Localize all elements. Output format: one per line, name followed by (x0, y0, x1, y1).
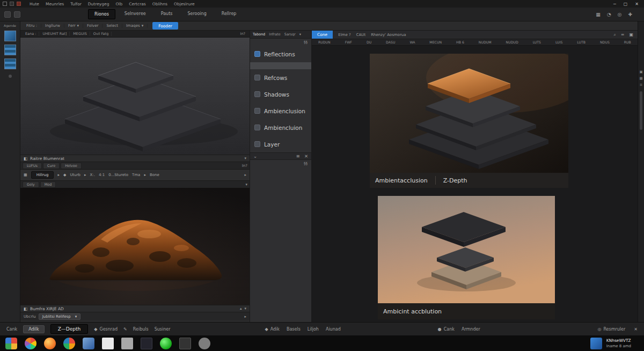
primary-action-button[interactable]: Fooder (152, 22, 178, 30)
chevron-right-icon[interactable]: ▸ (244, 315, 246, 319)
pass-checkbox-icon[interactable] (254, 51, 260, 57)
section-icon[interactable]: §§ (304, 40, 308, 45)
toolbar-item[interactable]: Fitru : (23, 24, 41, 28)
render-preview-ao[interactable]: Ambientacclusion Z-Depth (370, 54, 568, 188)
clock-icon[interactable]: ◔ (607, 12, 611, 17)
timeline-item[interactable]: 0...Stureto (108, 173, 128, 177)
timeline-item[interactable]: Tma (132, 173, 140, 177)
status-item[interactable]: Aiunad (326, 327, 341, 332)
subtab[interactable]: Mod (40, 181, 56, 188)
subtab[interactable]: LUFUs (23, 163, 42, 169)
close-icon[interactable]: ✕ (635, 2, 639, 6)
preview-label-ao-warm[interactable]: Ambicint accblution (383, 308, 442, 315)
pass-row-reflections[interactable]: Reflections (250, 46, 311, 62)
pass-checkbox-icon[interactable] (254, 91, 260, 97)
viewport-tab[interactable]: UHEUHIT Rat] (40, 32, 70, 36)
zdepth-button[interactable]: Z—Depth (50, 324, 89, 334)
pass-checkbox-icon[interactable] (254, 125, 260, 130)
column-label[interactable]: LUTS (533, 40, 541, 44)
passes-tab[interactable]: Infrate (269, 32, 281, 36)
viewport-tab[interactable]: Eana : (23, 32, 39, 36)
status-button[interactable]: Adilk (23, 325, 45, 333)
timeline-item[interactable]: Uturb (70, 173, 80, 177)
subtab[interactable]: Cure (43, 163, 60, 169)
target-icon[interactable]: ◎ (618, 12, 622, 17)
grid-icon[interactable]: ▦ (638, 76, 644, 81)
blue-document-icon[interactable] (590, 338, 602, 349)
toolbar-dropdown[interactable]: Imaqes ▾ (122, 24, 148, 28)
toolbar-item[interactable]: Ingllurw (41, 24, 64, 28)
menu-icon[interactable]: ≡ (638, 83, 644, 87)
tab-4[interactable]: Serooing (181, 9, 212, 19)
box-app-icon[interactable] (179, 338, 191, 349)
subtab[interactable]: Gely (23, 181, 39, 188)
toolbar-dropdown[interactable]: Ferr ▾ (64, 24, 83, 28)
tab-render[interactable]: Rionos (88, 9, 115, 19)
open-file-icon[interactable] (14, 11, 20, 18)
column-label[interactable]: NUDUD (506, 40, 518, 44)
column-label[interactable]: HB 6 (456, 40, 464, 44)
pass-checkbox-icon[interactable] (254, 108, 260, 114)
selected-pass-strip[interactable] (250, 62, 311, 69)
passes-tab-dropdown[interactable]: Sarsqr (284, 32, 296, 36)
column-label[interactable]: DU (367, 40, 371, 44)
pass-checkbox-icon[interactable] (254, 75, 260, 81)
menu-item[interactable]: Certcras (126, 2, 149, 6)
toolbar-item[interactable]: Select (103, 24, 122, 28)
3d-viewport[interactable] (20, 38, 250, 155)
chevron-right-icon[interactable]: ▸ (244, 173, 246, 177)
new-file-icon[interactable] (4, 11, 11, 18)
maximize-icon[interactable]: ▢ (624, 2, 628, 6)
menu-item[interactable]: Objeslrure (171, 2, 198, 6)
pass-row-refractions[interactable]: Refcows (250, 69, 311, 86)
status-item-group[interactable]: ◆ Adik (265, 327, 280, 332)
status-item-group[interactable]: ◆ Gesnrad (94, 327, 118, 332)
blue-app-icon[interactable] (83, 338, 94, 349)
column-label[interactable]: LUTB (577, 40, 586, 44)
pass-row-shadows[interactable]: Shadows (250, 86, 311, 103)
chevron-down-icon[interactable]: ▾ (245, 182, 247, 187)
pass-checkbox-icon[interactable] (254, 141, 260, 147)
column-label[interactable]: NUDUM (479, 40, 492, 44)
caret-icon[interactable]: ⌄ (253, 153, 257, 159)
output-select[interactable]: Jublitsi Relifesp ▾ (39, 313, 81, 320)
chevron-up-icon[interactable]: ▴ (240, 306, 242, 311)
render-preview-rock[interactable] (20, 188, 250, 305)
status-item[interactable]: Basels (287, 327, 301, 332)
viewport-tab[interactable]: Ovil Fatg (91, 32, 112, 36)
timeline-item[interactable]: 4:1 (99, 173, 105, 177)
photos-app-icon[interactable] (63, 338, 75, 349)
column-label[interactable]: WA (409, 40, 415, 44)
column-label[interactable]: FWF (345, 40, 352, 44)
window-app-icon[interactable] (102, 338, 114, 349)
search-icon[interactable]: ⌕ (613, 32, 616, 38)
colorful-logo-icon[interactable] (5, 338, 17, 349)
passes-tab[interactable]: Tabond (253, 32, 265, 36)
menu-icon[interactable]: ≡ (621, 32, 625, 38)
menu-item[interactable]: Meunrles (42, 2, 67, 6)
menu-icon[interactable]: ≡ (296, 153, 300, 159)
green-dot-app-icon[interactable] (160, 338, 172, 349)
header-item[interactable]: CAUt (356, 33, 366, 37)
header-item[interactable]: Rhenzy' Aosmorua (371, 33, 406, 37)
material-thumbnail[interactable] (4, 58, 16, 69)
panel-icon[interactable]: ▣ (629, 32, 633, 38)
render-preview-ao-warm[interactable]: Ambicint accblution (378, 196, 555, 319)
status-item[interactable]: Armnder (462, 327, 480, 332)
tab-3[interactable]: Pauts (155, 9, 179, 19)
close-icon[interactable]: ✕ (304, 153, 308, 159)
column-label[interactable]: NDUS (600, 40, 610, 44)
chevron-right-icon[interactable]: ▸ (57, 173, 60, 177)
orange-globe-app-icon[interactable] (44, 338, 56, 349)
pen-icon[interactable]: ✎ (123, 327, 127, 332)
toolbar-item[interactable]: Folver (83, 24, 103, 28)
status-item[interactable]: Liljoh (308, 327, 319, 332)
status-item-group[interactable]: ◎ Resmruler (597, 327, 625, 332)
section-icon[interactable]: §§ (304, 162, 308, 166)
status-item[interactable]: Reibuls (133, 327, 149, 332)
viewport-tab[interactable]: MEGUIS (70, 32, 90, 36)
material-thumbnail[interactable] (4, 45, 16, 55)
pass-row-ambient-occlusion-2[interactable]: Ambiencluion (250, 119, 311, 136)
column-label[interactable]: LUIS (555, 40, 562, 44)
menu-item[interactable]: Hute (26, 2, 42, 6)
